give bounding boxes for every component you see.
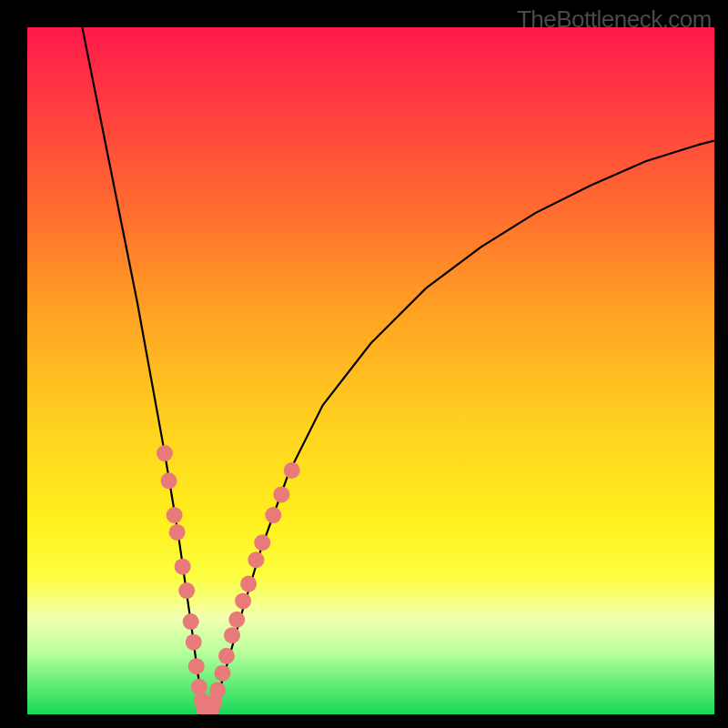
- highlight-dot: [265, 507, 281, 523]
- highlight-dot: [191, 679, 207, 695]
- highlight-dot: [188, 658, 205, 674]
- highlight-dot: [167, 507, 183, 523]
- bottleneck-curve: [82, 27, 714, 711]
- highlight-dot: [186, 634, 202, 651]
- plot-area: [27, 27, 714, 714]
- highlight-dot: [175, 559, 191, 575]
- highlight-dot: [209, 682, 226, 699]
- highlight-dot: [240, 576, 257, 592]
- highlight-dot: [169, 524, 186, 541]
- highlight-dot: [157, 445, 173, 461]
- chart-svg: [27, 27, 714, 714]
- highlight-dot: [284, 462, 300, 479]
- highlight-dot: [178, 582, 195, 599]
- highlight-dot: [248, 551, 264, 568]
- highlight-dot: [183, 613, 199, 630]
- outer-frame: TheBottleneck.com: [0, 0, 728, 728]
- highlight-dot: [254, 534, 270, 551]
- highlight-dots: [157, 445, 300, 714]
- highlight-dot: [228, 612, 245, 628]
- highlight-dot: [214, 665, 230, 682]
- highlight-dot: [235, 592, 251, 609]
- highlight-dot: [218, 648, 235, 664]
- highlight-dot: [224, 627, 240, 643]
- watermark-text: TheBottleneck.com: [517, 5, 712, 34]
- highlight-dot: [273, 486, 289, 502]
- highlight-dot: [161, 472, 177, 489]
